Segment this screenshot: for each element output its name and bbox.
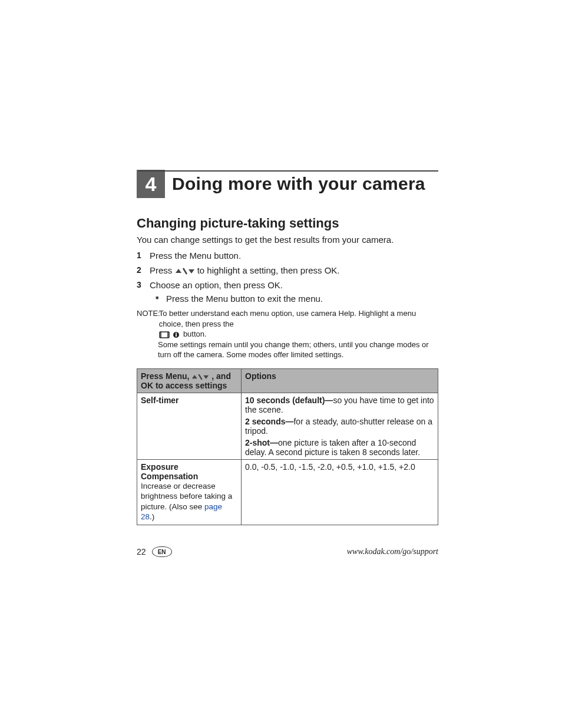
up-down-arrow-icon	[191, 371, 211, 381]
svg-marker-11	[204, 375, 209, 379]
section-intro: You can change settings to get the best …	[137, 235, 438, 245]
page-footer: 22 EN www.kodak.com/go/support	[137, 546, 438, 557]
page-number: 22	[137, 547, 146, 556]
step-2-text-a: Press	[150, 265, 175, 275]
info-icon	[173, 330, 183, 338]
table-header-left: Press Menu, , and OK to access settings	[137, 368, 242, 393]
chapter-header: 4 Doing more with your camera	[137, 170, 438, 198]
svg-marker-0	[176, 269, 181, 273]
desc-b: .)	[150, 512, 154, 521]
chapter-number-badge: 4	[137, 170, 165, 198]
note-body-1: To better understand each menu option, u…	[159, 308, 430, 340]
settings-table: Press Menu, , and OK to access settings …	[137, 368, 438, 525]
step-3: Choose an option, then press OK. Press t…	[137, 280, 438, 304]
setting-name-cell: Exposure Compensation Increase or decrea…	[137, 459, 242, 525]
step-2: Press to highlight a setting, then press…	[137, 265, 438, 275]
language-badge: EN	[152, 546, 172, 557]
opt-bold: 10 seconds (default)—	[245, 396, 333, 405]
opt-bold: 2 seconds—	[245, 417, 293, 426]
setting-options-cell: 0.0, -0.5, -1.0, -1.5, -2.0, +0.5, +1.0,…	[242, 459, 438, 525]
table-header-right: Options	[242, 368, 438, 393]
setting-name: Self-timer	[141, 396, 179, 405]
step-1: Press the Menu button.	[137, 251, 438, 261]
setting-name-cell: Self-timer	[137, 393, 242, 459]
note-line1-text: To better understand each menu option, u…	[159, 309, 416, 328]
chapter-title: Doing more with your camera	[172, 174, 425, 194]
table-row: Self-timer 10 seconds (default)—so you h…	[137, 393, 438, 459]
step-2-text-b: to highlight a setting, then press OK.	[197, 265, 340, 275]
section-title: Changing picture-taking settings	[137, 216, 438, 231]
lcd-icon	[159, 330, 173, 338]
svg-line-10	[199, 374, 202, 380]
note-button-suffix: button.	[183, 330, 207, 338]
svg-rect-7	[176, 334, 177, 337]
table-row: Exposure Compensation Increase or decrea…	[137, 459, 438, 525]
table-header-row: Press Menu, , and OK to access settings …	[137, 368, 438, 393]
note-label: NOTE:	[137, 308, 158, 319]
setting-options-cell: 10 seconds (default)—so you have time to…	[242, 393, 438, 459]
svg-rect-8	[176, 332, 177, 334]
manual-page: 4 Doing more with your camera Changing p…	[0, 0, 562, 728]
setting-name: Exposure Compensation	[141, 462, 198, 481]
up-down-arrow-icon	[175, 265, 197, 275]
top-rule	[138, 170, 438, 172]
setting-description: Increase or decrease brightness before t…	[141, 481, 237, 522]
svg-line-1	[183, 268, 187, 274]
note-block: NOTE: To better understand each menu opt…	[137, 308, 438, 360]
step-3-text: Choose an option, then press OK.	[150, 280, 283, 290]
footer-url[interactable]: www.kodak.com/go/support	[347, 547, 438, 556]
note-body-2: Some settings remain until you change th…	[158, 340, 438, 360]
th-left-a: Press Menu,	[141, 371, 191, 381]
svg-marker-9	[192, 375, 197, 378]
svg-marker-2	[189, 269, 194, 274]
step-list: Press the Menu button. Press to highligh…	[137, 251, 438, 304]
opt-bold: 2-shot—	[245, 438, 278, 447]
footer-left: 22 EN	[137, 546, 172, 557]
step-3-sub: Press the Menu button to exit the menu.	[150, 294, 438, 304]
